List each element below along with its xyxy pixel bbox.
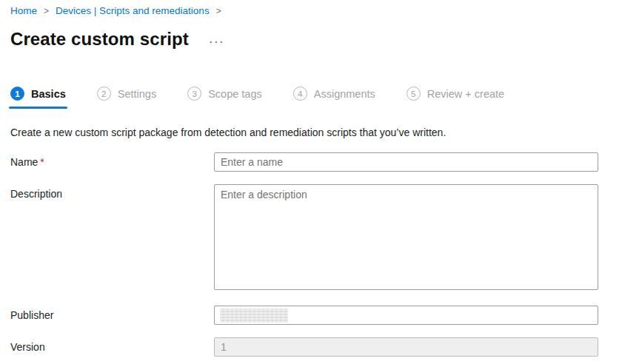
description-row: Description [10,184,598,293]
page-title: Create custom script [10,29,189,50]
tab-review-create-label: Review + create [427,88,504,100]
tab-scope-tags-label: Scope tags [208,88,262,100]
step-2-badge: 2 [97,87,111,101]
breadcrumb-link-devices-scripts[interactable]: Devices | Scripts and remediations [56,5,210,17]
tab-scope-tags[interactable]: 3 Scope tags [187,87,262,109]
step-5-badge: 5 [407,87,421,101]
breadcrumb: Home > Devices | Scripts and remediation… [10,5,598,17]
tab-assignments[interactable]: 4 Assignments [293,87,375,109]
basics-form: Name* Description Publisher Version [10,152,598,357]
publisher-row: Publisher [10,306,598,325]
name-row: Name* [10,152,598,172]
version-label: Version [10,337,214,353]
description-label: Description [10,184,214,200]
create-custom-script-blade: Home > Devices | Scripts and remediation… [0,0,609,357]
redacted-publisher-value [220,309,288,323]
intro-text: Create a new custom script package from … [10,127,598,138]
wizard-steps: 1 Basics 2 Settings 3 Scope tags 4 Assig… [10,87,598,109]
step-1-badge: 1 [10,87,24,101]
tab-basics[interactable]: 1 Basics [10,87,66,109]
name-label: Name* [10,152,214,168]
step-4-badge: 4 [293,87,307,101]
publisher-label: Publisher [10,306,214,321]
tab-assignments-label: Assignments [314,88,375,100]
description-input[interactable] [214,184,598,290]
tab-settings[interactable]: 2 Settings [97,87,156,109]
breadcrumb-separator-icon: > [44,5,49,17]
required-asterisk: * [40,156,44,168]
step-3-badge: 3 [187,87,201,101]
title-row: Create custom script ··· [10,29,598,50]
breadcrumb-link-home[interactable]: Home [10,5,37,17]
context-menu-ellipsis-icon[interactable]: ··· [210,36,225,47]
breadcrumb-separator-icon: > [216,5,221,17]
version-input [214,337,598,357]
tab-basics-label: Basics [31,88,66,100]
version-row: Version [10,337,598,357]
tab-settings-label: Settings [118,88,156,100]
tab-review-create[interactable]: 5 Review + create [407,87,504,109]
name-input[interactable] [214,152,598,172]
